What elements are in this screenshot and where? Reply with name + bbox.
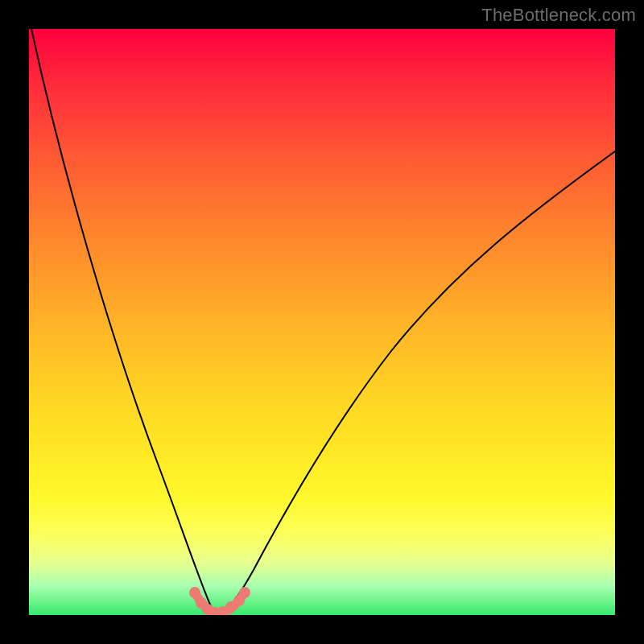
salmon-dot-group [189, 587, 250, 615]
salmon-dot [189, 587, 200, 598]
chart-frame: TheBottleneck.com [0, 0, 644, 644]
bottleneck-curve-right [217, 151, 615, 614]
bottleneck-curve-left [31, 29, 217, 614]
watermark-text: TheBottleneck.com [481, 5, 636, 26]
chart-svg [29, 29, 615, 615]
salmon-dot [239, 587, 250, 598]
